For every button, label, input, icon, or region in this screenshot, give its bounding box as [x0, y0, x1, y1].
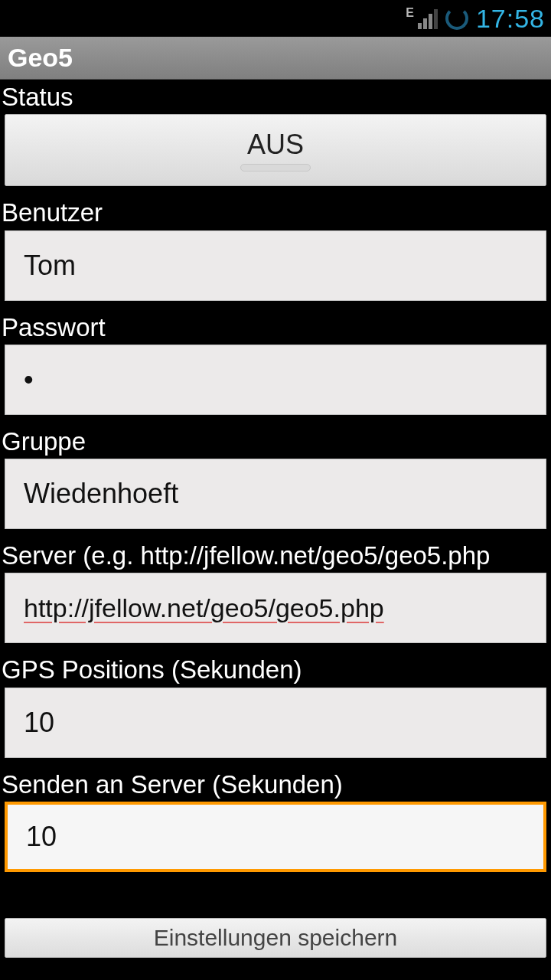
save-settings-button-label: Einstellungen speichern	[154, 925, 398, 951]
app-title: Geo5	[8, 43, 73, 73]
send-interval-input[interactable]	[5, 802, 546, 872]
clock: 17:58	[476, 4, 545, 34]
settings-form: Status AUS Benutzer Passwort Gruppe Serv…	[0, 80, 551, 958]
status-toggle-value: AUS	[247, 129, 304, 161]
sync-spinner-icon	[445, 7, 468, 30]
server-input[interactable]	[5, 573, 546, 643]
server-label: Server (e.g. http://jfellow.net/geo5/geo…	[0, 538, 551, 573]
android-status-bar: E 17:58	[0, 0, 551, 37]
network-type-label: E	[406, 6, 415, 20]
status-toggle[interactable]: AUS	[5, 114, 546, 186]
send-interval-label: Senden an Server (Sekunden)	[0, 767, 551, 802]
signal-strength-icon	[418, 8, 438, 29]
group-input[interactable]	[5, 459, 546, 529]
password-label: Passwort	[0, 310, 551, 345]
toggle-indicator	[240, 164, 311, 172]
user-label: Benutzer	[0, 195, 551, 230]
user-input[interactable]	[5, 230, 546, 301]
app-title-bar: Geo5	[0, 37, 551, 80]
gps-interval-label: GPS Positions (Sekunden)	[0, 652, 551, 687]
status-label: Status	[0, 80, 551, 114]
password-input[interactable]	[5, 345, 546, 415]
save-settings-button[interactable]: Einstellungen speichern	[5, 918, 546, 958]
group-label: Gruppe	[0, 424, 551, 459]
gps-interval-input[interactable]	[5, 688, 546, 758]
